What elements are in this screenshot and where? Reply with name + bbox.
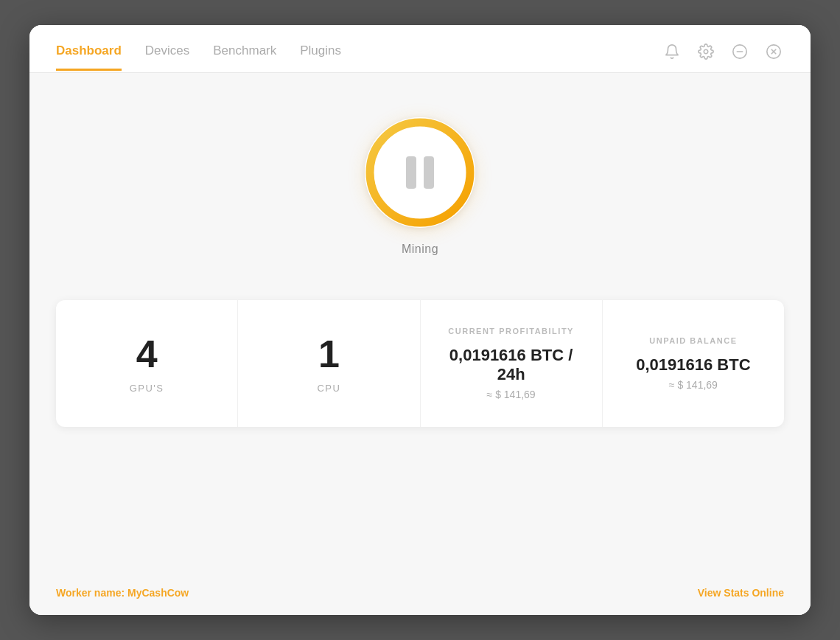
- bell-icon[interactable]: [662, 41, 682, 62]
- profitability-card: CURRENT PROFITABILITY 0,0191616 BTC / 24…: [421, 300, 603, 427]
- svg-point-0: [704, 49, 708, 54]
- gpu-label: GPU'S: [130, 383, 164, 394]
- settings-icon[interactable]: [696, 41, 716, 62]
- worker-name-display: Worker name: MyCashCow: [56, 587, 189, 599]
- cpu-label: CPU: [317, 383, 340, 394]
- pause-bar-right: [424, 156, 434, 189]
- stats-row: 4 GPU'S 1 CPU CURRENT PROFITABILITY 0,01…: [56, 300, 784, 427]
- pause-icon: [406, 156, 434, 189]
- app-window: Dashboard Devices Benchmark Plugins: [29, 25, 811, 615]
- worker-prefix: Worker name:: [56, 587, 127, 599]
- cpu-count: 1: [318, 333, 340, 375]
- balance-card: UNPAID BALANCE 0,0191616 BTC ≈ $ 141,69: [603, 300, 784, 427]
- profitability-value: 0,0191616 BTC / 24h: [441, 346, 581, 384]
- minimize-icon[interactable]: [729, 41, 750, 62]
- main-content: Mining 4 GPU'S 1 CPU CURRENT PROFITABILI…: [29, 73, 811, 571]
- footer: Worker name: MyCashCow View Stats Online: [29, 571, 811, 615]
- profitability-label: CURRENT PROFITABILITY: [448, 327, 574, 335]
- view-stats-link[interactable]: View Stats Online: [698, 587, 784, 599]
- gpu-stat-card: 4 GPU'S: [56, 300, 238, 427]
- mining-status-label: Mining: [402, 243, 438, 256]
- tab-dashboard[interactable]: Dashboard: [56, 44, 122, 71]
- balance-value: 0,0191616 BTC: [636, 355, 750, 375]
- profitability-usd: ≈ $ 141,69: [487, 389, 536, 400]
- tab-devices[interactable]: Devices: [145, 44, 189, 71]
- tab-plugins[interactable]: Plugins: [300, 44, 341, 71]
- header-actions: [662, 41, 784, 72]
- nav-tabs: Dashboard Devices Benchmark Plugins: [56, 44, 341, 71]
- worker-name-value: MyCashCow: [127, 587, 189, 599]
- tab-benchmark[interactable]: Benchmark: [213, 44, 276, 71]
- mining-button-wrap: Mining: [365, 117, 475, 256]
- mining-toggle-button[interactable]: [365, 117, 475, 228]
- balance-label: UNPAID BALANCE: [649, 336, 737, 345]
- balance-usd: ≈ $ 141,69: [669, 379, 718, 391]
- close-icon[interactable]: [763, 41, 784, 62]
- header: Dashboard Devices Benchmark Plugins: [29, 25, 811, 72]
- cpu-stat-card: 1 CPU: [238, 300, 420, 427]
- pause-bar-left: [406, 156, 416, 189]
- gpu-count: 4: [136, 333, 158, 375]
